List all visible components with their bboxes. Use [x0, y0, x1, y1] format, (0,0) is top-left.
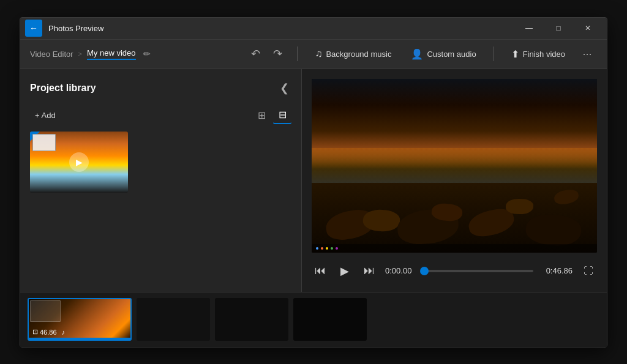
- current-time: 0:00.00: [385, 266, 417, 275]
- video-preview: [312, 79, 597, 253]
- custom-audio-label: Custom audio: [427, 50, 476, 59]
- window-title: Photos Preview: [48, 24, 515, 33]
- view-toggle: ⊞ ⊟: [252, 107, 291, 124]
- clip-monitor-label: ⊡ 46.86: [32, 328, 57, 336]
- play-button[interactable]: ▶: [336, 262, 353, 280]
- breadcrumb-current: My new video: [87, 48, 135, 60]
- forward-icon: ⏭: [364, 264, 375, 277]
- total-time: 0:46.86: [541, 266, 573, 275]
- forward-button[interactable]: ⏭: [361, 262, 378, 280]
- minimize-button[interactable]: —: [515, 18, 543, 38]
- clip-audio-label: ♪: [62, 329, 66, 336]
- custom-audio-button[interactable]: 👤 Custom audio: [404, 45, 483, 64]
- status-dot: [331, 247, 333, 250]
- background-music-label: Background music: [326, 50, 391, 59]
- monitor-icon: ⊡: [32, 328, 38, 336]
- fullscreen-button[interactable]: ⛶: [580, 262, 597, 280]
- timeline-clip-main[interactable]: ⊡ 46.86 ♪: [28, 298, 132, 341]
- rewind-button[interactable]: ⏮: [312, 262, 329, 280]
- panel-header: Project library ❮: [30, 79, 291, 97]
- timeline-clip-empty-2[interactable]: [215, 298, 288, 341]
- breadcrumb: Video Editor > My new video: [30, 48, 136, 60]
- status-dot: [321, 247, 323, 250]
- clip-selection-bar: [29, 338, 130, 340]
- audio-icon: 👤: [411, 48, 423, 60]
- clip-duration: 46.86: [40, 329, 57, 336]
- video-status-bar: [312, 244, 597, 253]
- window-controls: — □ ✕: [515, 18, 602, 38]
- background-music-button[interactable]: ♫ Background music: [307, 45, 399, 63]
- add-label: + Add: [35, 111, 56, 120]
- video-frame: [312, 79, 597, 253]
- breadcrumb-separator: >: [78, 50, 82, 58]
- panel-collapse-button[interactable]: ❮: [277, 79, 291, 97]
- status-dot: [336, 247, 338, 250]
- fullscreen-icon: ⛶: [584, 266, 593, 277]
- title-bar: ← Photos Preview — □ ✕: [20, 18, 607, 40]
- maximize-button[interactable]: □: [544, 18, 573, 38]
- right-panel: ⏮ ▶ ⏭ 0:00.00 0:46.86 ⛶: [302, 69, 607, 292]
- main-content: Project library ❮ + Add ⊞ ⊟: [20, 69, 607, 292]
- toolbar-divider-2: [494, 46, 494, 61]
- audio-icon: ♪: [62, 329, 66, 336]
- breadcrumb-parent: Video Editor: [30, 50, 73, 59]
- music-icon: ♫: [315, 48, 322, 59]
- play-overlay: ▶: [30, 132, 128, 193]
- undo-button[interactable]: ↶: [246, 44, 265, 64]
- app-window: ← Photos Preview — □ ✕ Video Editor > My…: [20, 17, 607, 347]
- toolbar-actions: ↶ ↷: [246, 44, 287, 64]
- progress-bar[interactable]: [424, 270, 533, 272]
- toolbar-divider: [297, 46, 298, 61]
- status-dot: [326, 247, 328, 250]
- media-library-grid: ▶: [30, 132, 291, 282]
- clip-labels: ⊡ 46.86 ♪: [32, 328, 65, 336]
- grid-view-button[interactable]: ⊞: [252, 107, 271, 124]
- timeline: ⊡ 46.86 ♪: [20, 292, 607, 347]
- rewind-icon: ⏮: [315, 264, 326, 277]
- timeline-clip-empty-1[interactable]: [137, 298, 210, 341]
- panel-toolbar: + Add ⊞ ⊟: [30, 107, 291, 124]
- left-panel: Project library ❮ + Add ⊞ ⊟: [20, 69, 302, 292]
- finish-video-label: Finish video: [523, 50, 565, 59]
- playback-controls: ⏮ ▶ ⏭ 0:00.00 0:46.86 ⛶: [312, 260, 597, 282]
- more-options-button[interactable]: ···: [577, 44, 597, 64]
- play-icon: ▶: [69, 152, 89, 172]
- toolbar: Video Editor > My new video ✏ ↶ ↷ ♫ Back…: [20, 40, 607, 69]
- panel-title: Project library: [30, 83, 96, 94]
- back-button[interactable]: ←: [25, 20, 42, 37]
- status-dot: [316, 247, 318, 250]
- list-view-button[interactable]: ⊟: [273, 107, 291, 124]
- finish-video-button[interactable]: ⬆ Finish video: [504, 45, 573, 64]
- progress-handle[interactable]: [420, 267, 429, 275]
- finish-icon: ⬆: [511, 48, 519, 60]
- add-media-button[interactable]: + Add: [30, 108, 61, 122]
- redo-button[interactable]: ↷: [268, 44, 287, 64]
- play-icon: ▶: [340, 264, 349, 278]
- edit-title-icon[interactable]: ✏: [143, 49, 151, 59]
- timeline-clip-empty-3[interactable]: [293, 298, 367, 341]
- media-item[interactable]: ▶: [30, 132, 128, 193]
- close-button[interactable]: ✕: [574, 18, 602, 38]
